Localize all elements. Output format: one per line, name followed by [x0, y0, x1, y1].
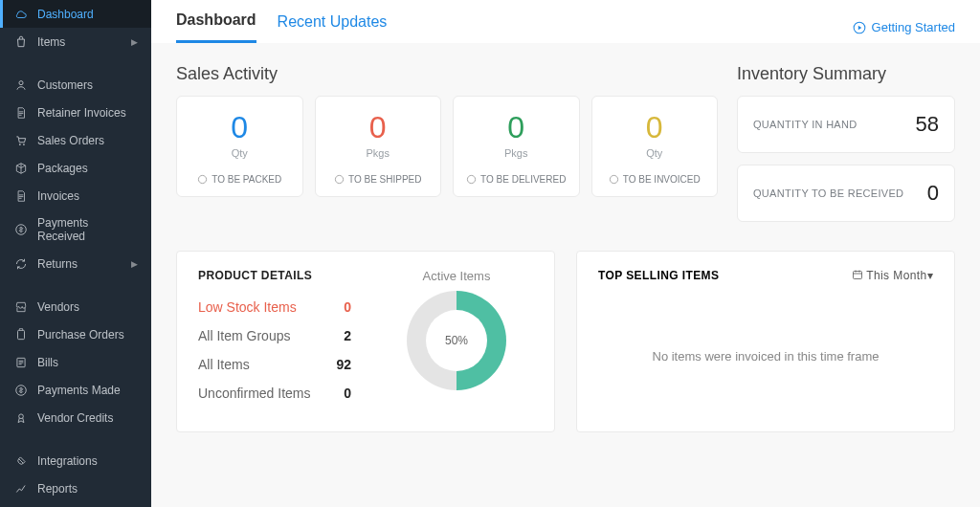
svg-point-0 — [18, 80, 22, 84]
sidebar-item-label: Returns — [37, 257, 78, 271]
doc-icon — [13, 188, 28, 203]
active-items-donut: 50% — [407, 291, 506, 390]
pd-label: Unconfirmed Items — [198, 386, 310, 401]
product-details-panel: PRODUCT DETAILS Low Stock Items0All Item… — [176, 251, 555, 432]
sales-card-to-be-packed[interactable]: 0Qty TO BE PACKED — [176, 96, 303, 197]
sidebar-item-label: Payments Made — [37, 384, 121, 397]
calendar-icon — [852, 269, 863, 280]
sidebar-item-items[interactable]: Items▶ — [0, 28, 151, 55]
top-selling-title: TOP SELLING ITEMS — [598, 269, 719, 282]
card-unit: Qty — [598, 147, 712, 159]
sidebar-item-invoices[interactable]: Invoices — [0, 182, 151, 209]
pd-row-low-stock-items[interactable]: Low Stock Items0 — [198, 299, 351, 315]
shop-icon — [13, 299, 28, 314]
time-range-selector[interactable]: This Month▾ — [852, 269, 933, 282]
card-unit: Qty — [183, 147, 297, 159]
pd-label: Low Stock Items — [198, 299, 297, 315]
sidebar-item-label: Retainer Invoices — [37, 106, 126, 120]
svg-point-1 — [18, 143, 20, 145]
sales-activity-title: Sales Activity — [176, 64, 718, 84]
chevron-right-icon: ▶ — [131, 37, 138, 47]
sales-card-to-be-shipped[interactable]: 0Pkgs TO BE SHIPPED — [315, 96, 442, 197]
getting-started-link[interactable]: Getting Started — [853, 20, 955, 34]
sidebar-item-label: Dashboard — [37, 8, 94, 21]
sidebar-item-label: Vendor Credits — [37, 411, 113, 425]
sidebar-item-dashboard[interactable]: Dashboard — [0, 0, 151, 28]
time-range-label: This Month — [866, 269, 926, 282]
sidebar-item-bills[interactable]: Bills — [0, 348, 151, 376]
inv-value: 0 — [927, 181, 939, 206]
inventory-row-quantity-to-be-received: QUANTITY TO BE RECEIVED0 — [737, 165, 955, 222]
clip-icon — [13, 327, 28, 342]
pd-row-all-items[interactable]: All Items92 — [198, 357, 351, 372]
badge-icon — [13, 410, 28, 425]
chevron-down-icon: ▾ — [927, 269, 933, 282]
sidebar-item-label: Customers — [37, 78, 93, 92]
sidebar-item-label: Packages — [37, 162, 88, 175]
main-content: Dashboard Recent Updates Getting Started… — [151, 0, 980, 507]
card-label: TO BE INVOICED — [598, 174, 712, 185]
sales-card-to-be-invoiced[interactable]: 0Qty TO BE INVOICED — [591, 96, 719, 197]
card-value: 0 — [322, 110, 435, 145]
sidebar-item-payments-received[interactable]: Payments Received — [0, 209, 151, 250]
sidebar-item-vendor-credits[interactable]: Vendor Credits — [0, 404, 151, 431]
sidebar-item-packages[interactable]: Packages — [0, 154, 151, 182]
sidebar-item-label: Invoices — [37, 189, 79, 203]
sidebar-item-label: Sales Orders — [37, 134, 104, 147]
plug-icon — [13, 453, 28, 468]
svg-point-9 — [199, 175, 207, 183]
sales-activity-section: Sales Activity 0Qty TO BE PACKED0Pkgs TO… — [176, 64, 718, 233]
card-value: 0 — [459, 110, 573, 145]
doc-icon — [13, 105, 28, 120]
sidebar-item-label: Payments Received — [37, 216, 138, 243]
tab-dashboard[interactable]: Dashboard — [176, 11, 256, 43]
card-label: TO BE DELIVERED — [459, 174, 573, 185]
pd-row-all-item-groups[interactable]: All Item Groups2 — [198, 328, 351, 343]
sidebar-item-customers[interactable]: Customers — [0, 71, 151, 99]
top-selling-empty: No items were invoiced in this time fram… — [598, 320, 933, 392]
tab-recent-updates[interactable]: Recent Updates — [278, 13, 388, 42]
card-value: 0 — [183, 110, 297, 145]
active-items-label: Active Items — [380, 269, 533, 283]
pd-value: 0 — [344, 299, 351, 315]
sidebar-item-label: Vendors — [37, 300, 79, 314]
sidebar-item-label: Purchase Orders — [37, 328, 124, 342]
sidebar-item-purchase-orders[interactable]: Purchase Orders — [0, 320, 151, 348]
bag-icon — [13, 34, 28, 49]
sidebar-item-vendors[interactable]: Vendors — [0, 293, 151, 320]
sidebar-item-returns[interactable]: Returns▶ — [0, 250, 151, 277]
sidebar-item-reports[interactable]: Reports — [0, 474, 151, 502]
sidebar: DashboardItems▶CustomersRetainer Invoice… — [0, 0, 151, 507]
tab-bar: Dashboard Recent Updates Getting Started — [151, 0, 980, 43]
sales-card-to-be-delivered[interactable]: 0Pkgs TO BE DELIVERED — [453, 96, 580, 197]
sidebar-item-integrations[interactable]: Integrations — [0, 447, 151, 474]
play-circle-icon — [853, 21, 866, 34]
svg-rect-4 — [17, 330, 24, 339]
chart-icon — [13, 481, 28, 496]
inv-value: 58 — [916, 112, 939, 137]
sidebar-item-sales-orders[interactable]: Sales Orders — [0, 126, 151, 154]
list-icon — [13, 355, 28, 369]
product-details-title: PRODUCT DETAILS — [198, 269, 351, 282]
inventory-summary-title: Inventory Summary — [737, 64, 955, 84]
cloud-icon — [13, 7, 28, 21]
svg-point-12 — [610, 175, 617, 183]
card-label: TO BE SHIPPED — [322, 174, 435, 185]
sidebar-item-label: Reports — [37, 482, 78, 496]
refresh-icon — [13, 256, 28, 271]
card-label: TO BE PACKED — [183, 174, 297, 185]
card-unit: Pkgs — [459, 147, 573, 159]
inv-label: QUANTITY TO BE RECEIVED — [753, 187, 903, 199]
usd-icon — [13, 383, 28, 397]
svg-point-7 — [18, 413, 23, 418]
user-icon — [13, 77, 28, 92]
inventory-summary-section: Inventory Summary QUANTITY IN HAND58QUAN… — [737, 64, 955, 233]
sidebar-item-payments-made[interactable]: Payments Made — [0, 376, 151, 404]
card-unit: Pkgs — [322, 147, 435, 159]
pd-label: All Item Groups — [198, 328, 290, 343]
pd-row-unconfirmed-items[interactable]: Unconfirmed Items0 — [198, 386, 351, 401]
active-items-percent: 50% — [445, 334, 468, 347]
usd-icon — [13, 223, 28, 237]
pd-value: 92 — [336, 357, 351, 372]
sidebar-item-retainer-invoices[interactable]: Retainer Invoices — [0, 99, 151, 126]
